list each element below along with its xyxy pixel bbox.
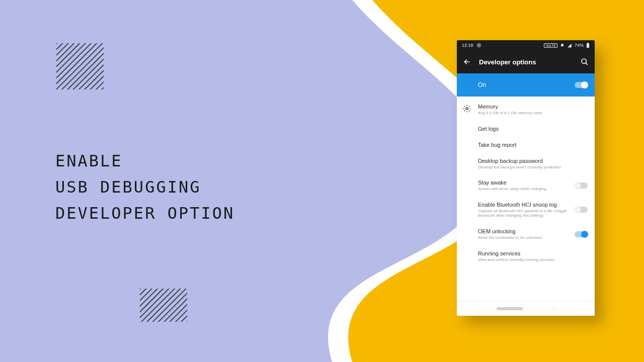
status-bar: 12:18 VoLTE 74% [457,40,595,50]
hatch-decoration-top [56,43,104,89]
status-time: 12:18 [462,43,473,48]
item-desktop-backup[interactable]: Desktop backup password Desktop full bac… [457,153,595,175]
phone-mockup: 12:18 VoLTE 74% Developer options On Mem… [457,40,595,316]
signal-icon [567,43,572,48]
svg-rect-6 [587,43,589,43]
item-title: Take bug report [478,142,588,148]
search-icon[interactable] [581,58,589,66]
back-arrow-icon[interactable] [463,58,471,66]
item-title: Memory [478,104,588,110]
item-oem-unlock[interactable]: OEM unlocking Allow the bootloader to be… [457,223,595,245]
bt-hci-toggle[interactable] [575,207,588,213]
headline-line2: USB DEBUGGING [55,174,234,201]
svg-rect-2 [140,289,187,322]
item-sub: Screen will never sleep while charging [478,187,571,192]
svg-line-8 [586,63,587,64]
battery-icon [586,43,590,48]
app-bar-title: Developer options [479,58,573,66]
headline: ENABLE USB DEBUGGING DEVELOPER OPTION [55,148,234,226]
master-toggle-bar[interactable]: On [457,73,595,97]
item-sub: View and control currently running servi… [478,257,588,262]
item-memory[interactable]: Memory Avg 4.0 GB of 8.1 GB memory used [457,99,595,121]
item-title: Running services [478,250,588,256]
item-sub: Desktop full backups aren't currently pr… [478,165,588,170]
settings-list: Memory Avg 4.0 GB of 8.1 GB memory used … [457,97,595,301]
item-title: Desktop backup password [478,158,588,164]
status-volte: VoLTE [544,43,557,48]
svg-point-4 [478,45,479,46]
svg-rect-1 [56,43,104,89]
master-toggle[interactable] [575,82,588,88]
oem-unlock-toggle[interactable] [575,231,588,237]
home-pill[interactable] [497,307,523,310]
item-sub: Capture all Bluetooth HCI packets in a f… [478,209,571,218]
gear-icon [463,105,471,113]
hatch-decoration-bottom [140,289,187,322]
item-sub: Avg 4.0 GB of 8.1 GB memory used [478,111,588,116]
headline-line3: DEVELOPER OPTION [55,201,234,227]
item-title: Stay awake [478,179,571,186]
back-chevron-icon[interactable]: ‹ [553,306,554,311]
master-toggle-label: On [478,81,486,88]
svg-rect-5 [587,43,589,48]
item-title: Enable Bluetooth HCI snoop log [478,202,571,208]
item-sub: Allow the bootloader to be unlocked [478,235,571,240]
svg-point-9 [466,108,468,110]
item-get-logs[interactable]: Get logs [457,121,595,137]
item-stay-awake[interactable]: Stay awake Screen will never sleep while… [457,174,595,197]
item-bt-hci[interactable]: Enable Bluetooth HCI snoop log Capture a… [457,197,595,223]
item-running-services[interactable]: Running services View and control curren… [457,245,595,267]
battery-pct: 74% [575,43,584,48]
item-title: OEM unlocking [478,228,571,234]
stay-awake-toggle[interactable] [575,183,588,189]
bell-icon [560,43,565,48]
item-title: Get logs [478,126,588,132]
headline-line1: ENABLE [55,148,234,174]
item-bug-report[interactable]: Take bug report [457,137,595,153]
app-bar: Developer options [457,50,595,73]
status-icon [476,43,481,48]
nav-bar: ‹ [457,301,595,316]
